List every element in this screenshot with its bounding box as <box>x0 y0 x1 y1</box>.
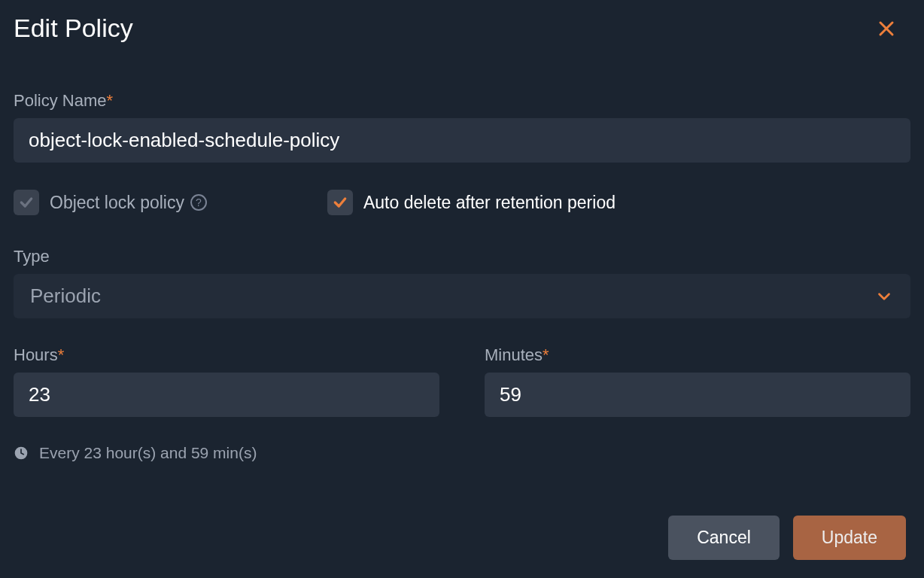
policy-name-input[interactable] <box>14 118 910 163</box>
auto-delete-checkbox[interactable] <box>327 190 353 215</box>
schedule-summary: Every 23 hour(s) and 59 min(s) <box>14 444 910 462</box>
dialog-title: Edit Policy <box>14 14 133 43</box>
type-value: Periodic <box>30 284 101 308</box>
minutes-label: Minutes* <box>485 345 910 365</box>
check-icon <box>333 195 348 210</box>
close-icon <box>877 20 895 38</box>
policy-name-label: Policy Name* <box>14 91 910 111</box>
hours-label: Hours* <box>14 345 439 365</box>
hours-input[interactable] <box>14 373 439 417</box>
clock-icon <box>14 446 29 461</box>
type-label: Type <box>14 247 910 266</box>
minutes-input[interactable] <box>485 373 910 417</box>
object-lock-label: Object lock policy ? <box>50 193 207 213</box>
check-icon <box>19 195 34 210</box>
close-button[interactable] <box>876 18 897 39</box>
help-icon[interactable]: ? <box>190 194 207 211</box>
object-lock-checkbox <box>14 190 39 215</box>
chevron-down-icon <box>874 287 894 306</box>
update-button[interactable]: Update <box>793 516 906 560</box>
cancel-button[interactable]: Cancel <box>668 516 780 560</box>
type-select[interactable]: Periodic <box>14 274 910 318</box>
auto-delete-label: Auto delete after retention period <box>363 193 615 213</box>
